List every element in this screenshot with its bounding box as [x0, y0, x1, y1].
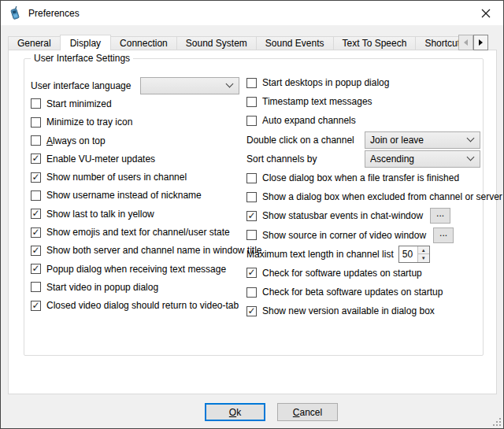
checkbox-label: Show statusbar events in chat-window — [262, 210, 423, 221]
checkbox[interactable] — [246, 97, 257, 107]
checkbox-row: Show username instead of nickname — [31, 187, 239, 205]
tab-label: Text To Speech — [343, 38, 407, 49]
resize-grip[interactable] — [493, 418, 501, 426]
checkbox[interactable] — [246, 230, 257, 240]
checkbox[interactable] — [31, 301, 41, 311]
checkbox-label: Popup dialog when receiving text message — [46, 264, 226, 275]
checkbox-row: Close dialog box when a file transfer is… — [246, 168, 480, 187]
checkbox[interactable] — [31, 282, 41, 292]
checkbox-row: Popup dialog when receiving text message — [31, 260, 239, 278]
tab[interactable]: Sound System — [176, 36, 257, 50]
tab-scroll-right-button[interactable] — [473, 35, 488, 50]
checkbox-label: Show both server and channel name in win… — [46, 245, 262, 256]
checkbox-label: Show a dialog box when excluded from cha… — [262, 191, 502, 202]
dropdown[interactable]: Ascending — [365, 150, 480, 168]
left-column: User interface language Start minimized … — [31, 76, 239, 315]
checkbox-row: Start video in popup dialog — [31, 278, 239, 296]
checkbox-row: Start desktops in popup dialog — [246, 73, 480, 92]
select-label: Double click on a channel — [246, 135, 354, 146]
tab-label: Sound Events — [265, 38, 324, 49]
checkbox-label: Start desktops in popup dialog — [262, 77, 389, 88]
tab-scroll-left-button[interactable] — [458, 35, 473, 50]
checkbox[interactable] — [246, 287, 257, 298]
close-button[interactable] — [468, 1, 503, 25]
checkbox[interactable] — [246, 192, 257, 202]
checkbox-row: Timestamp text messages — [246, 92, 480, 111]
checkbox[interactable] — [246, 116, 257, 126]
ok-button[interactable]: Ok — [205, 403, 265, 421]
tab-bar: General Display Connection Sound System … — [8, 35, 498, 50]
checkbox[interactable] — [31, 135, 41, 146]
language-row: User interface language — [31, 76, 239, 94]
language-dropdown[interactable] — [140, 77, 239, 94]
checkbox-more-row: Show source in corner of video window ..… — [246, 226, 480, 245]
checkbox[interactable] — [246, 173, 257, 183]
close-icon — [481, 9, 491, 18]
spinbox[interactable]: 50 — [398, 246, 430, 263]
language-label: User interface language — [31, 80, 131, 91]
checkbox-label: Check for beta software updates on start… — [262, 287, 443, 298]
checkbox-row: Auto expand channels — [246, 111, 480, 130]
more-options-button[interactable]: ... — [430, 208, 450, 224]
tab[interactable]: Connection — [110, 36, 177, 50]
checkbox[interactable] — [31, 227, 41, 238]
checkbox-row: Show emojis and text for channel/user st… — [31, 223, 239, 241]
checkbox-row: Check for software updates on startup — [246, 264, 480, 283]
checkbox[interactable] — [246, 268, 257, 278]
spinbox-label: Maximum text length in channel list — [246, 249, 394, 260]
titlebar[interactable]: Preferences — [1, 1, 503, 25]
dropdown-value: Ascending — [370, 153, 468, 165]
checkbox[interactable] — [246, 211, 257, 221]
checkbox-label: Auto expand channels — [262, 115, 356, 126]
spinbox-row: Maximum text length in channel list 50 — [246, 245, 480, 264]
right-column: Start desktops in popup dialog Timestamp… — [246, 73, 480, 320]
checkbox[interactable] — [31, 117, 41, 128]
checkbox[interactable] — [31, 246, 41, 256]
checkbox-label: Show last to talk in yellow — [46, 209, 154, 220]
checkbox-label: Show number of users in channel — [46, 172, 187, 183]
tab-label: General — [17, 38, 51, 49]
chevron-down-icon — [467, 153, 475, 161]
tab-label: Display — [70, 38, 101, 49]
checkbox-label: Enable VU-meter updates — [46, 153, 155, 165]
spin-up-button[interactable] — [418, 246, 429, 255]
checkbox-label: Show username instead of nickname — [46, 190, 202, 201]
checkbox-row: Minimize to tray icon — [31, 113, 239, 131]
checkbox-label: Closed video dialog should return to vid… — [46, 300, 239, 311]
tab[interactable]: Text To Speech — [333, 36, 417, 50]
more-options-button[interactable]: ... — [433, 227, 454, 243]
checkbox-label: Show new version available in dialog box — [262, 305, 435, 316]
display-tab-page: User Interface Settings User interface l… — [8, 50, 497, 394]
arrow-left-icon — [464, 39, 468, 46]
tab-strip: General Display Connection Sound System … — [8, 35, 468, 50]
checkbox[interactable] — [246, 78, 257, 88]
checkbox[interactable] — [31, 153, 41, 164]
tab[interactable]: General — [8, 36, 61, 50]
cancel-button[interactable]: Cancel — [277, 403, 338, 421]
checkbox[interactable] — [31, 98, 41, 109]
checkbox[interactable] — [246, 306, 257, 316]
checkbox-row: Closed video dialog should return to vid… — [31, 297, 239, 315]
checkbox-label: Show source in corner of video window — [262, 230, 426, 241]
checkbox-label: Close dialog box when a file transfer is… — [262, 172, 459, 183]
preferences-dialog: Preferences General Display Connection S… — [0, 0, 504, 429]
checkbox-row: Enable VU-meter updates — [31, 150, 239, 168]
checkbox[interactable] — [31, 190, 41, 201]
checkbox[interactable] — [31, 172, 41, 183]
dropdown[interactable]: Join or leave — [365, 131, 480, 149]
checkbox[interactable] — [31, 264, 41, 274]
tab[interactable]: Sound Events — [256, 36, 334, 50]
tab-label: Connection — [120, 38, 168, 49]
tab-label: Sound System — [186, 38, 247, 49]
spin-down-button[interactable] — [418, 254, 429, 262]
window-title: Preferences — [28, 8, 80, 19]
checkbox[interactable] — [31, 209, 41, 219]
user-interface-settings-group: User Interface Settings User interface l… — [24, 58, 484, 356]
select-row: Double click on a channel Join or leave — [246, 131, 480, 150]
checkbox-label: Show emojis and text for channel/user st… — [46, 227, 230, 238]
checkbox-row: Show new version available in dialog box — [246, 301, 480, 320]
tab[interactable]: Display — [60, 35, 111, 50]
chevron-down-icon — [467, 135, 475, 142]
checkbox-row: Start minimized — [31, 94, 239, 113]
dropdown-value: Join or leave — [370, 135, 468, 146]
